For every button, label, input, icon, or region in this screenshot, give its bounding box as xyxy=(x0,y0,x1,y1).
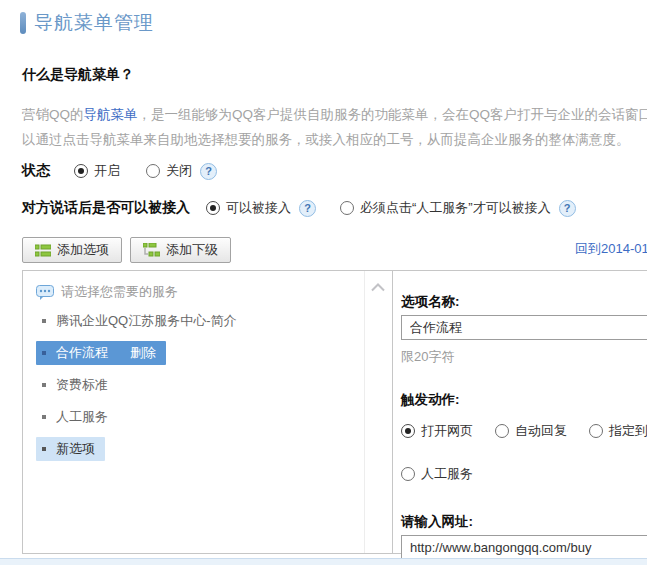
radio-icon[interactable] xyxy=(589,424,603,438)
access-radio-direct-label[interactable]: 可以被接入 xyxy=(226,199,291,217)
help-icon[interactable]: ? xyxy=(200,163,217,180)
option-name-label: 选项名称: xyxy=(401,293,647,311)
tree-item[interactable]: 资费标准 xyxy=(36,373,392,397)
speech-bubble-icon xyxy=(36,285,54,300)
toolbar: 添加选项 添加下级 xyxy=(22,237,239,263)
trigger-radio-row2: 人工服务 xyxy=(401,465,647,483)
tree-item-label[interactable]: 新选项 xyxy=(56,440,95,458)
add-option-label[interactable]: 添加选项 xyxy=(57,241,109,259)
intro-line1-rest: ，是一组能够为QQ客户提供自助服务的功能菜单，会在QQ客户打开与企业的会话窗口后… xyxy=(138,107,647,122)
scroll-up-icon[interactable] xyxy=(371,283,385,292)
add-sublevel-button[interactable]: 添加下级 xyxy=(130,237,231,263)
help-icon[interactable]: ? xyxy=(299,200,316,217)
tree-header-label: 请选择您需要的服务 xyxy=(61,283,178,301)
access-radio-manual[interactable]: 必须点击“人工服务”才可以被接入 xyxy=(340,199,551,217)
trigger-manual-service-label[interactable]: 人工服务 xyxy=(421,465,473,483)
tree-header: 请选择您需要的服务 xyxy=(36,283,392,301)
tree-scrollbar[interactable] xyxy=(364,271,392,553)
access-label: 对方说话后是否可以被接入 xyxy=(22,199,190,217)
trigger-radio-manual-service[interactable]: 人工服务 xyxy=(401,465,473,483)
intro-line1: 营销QQ的导航菜单，是一组能够为QQ客户提供自助服务的功能菜单，会在QQ客户打开… xyxy=(22,102,647,127)
status-radio-on-label[interactable]: 开启 xyxy=(94,162,120,180)
radio-icon[interactable] xyxy=(146,164,160,178)
tree-item-label[interactable]: 资费标准 xyxy=(56,376,108,394)
access-row: 对方说话后是否可以被接入 可以被接入 ? 必须点击“人工服务”才可以被接入 ? xyxy=(22,199,576,217)
url-label: 请输入网址: xyxy=(401,513,647,531)
radio-icon[interactable] xyxy=(74,164,88,178)
intro-line2: 以通过点击导航菜单来自助地选择想要的服务，或接入相应的工号，从而提高企业服务的整… xyxy=(22,127,647,152)
option-name-input[interactable] xyxy=(401,315,647,340)
help-icon[interactable]: ? xyxy=(559,200,576,217)
radio-icon[interactable] xyxy=(401,467,415,481)
trigger-radio-auto-reply[interactable]: 自动回复 xyxy=(495,422,567,440)
status-radio-on[interactable]: 开启 xyxy=(74,162,120,180)
add-option-button[interactable]: 添加选项 xyxy=(22,237,122,263)
restore-version-link[interactable]: 回到2014-01-0 xyxy=(575,240,647,258)
add-sublevel-icon xyxy=(143,243,160,257)
nav-menu-link[interactable]: 导航菜单 xyxy=(84,107,138,122)
radio-icon[interactable] xyxy=(340,201,354,215)
status-row: 状态 开启 关闭 ? xyxy=(22,162,217,180)
radio-icon[interactable] xyxy=(401,424,415,438)
radio-icon[interactable] xyxy=(495,424,509,438)
access-radio-manual-label[interactable]: 必须点击“人工服务”才可以被接入 xyxy=(360,199,551,217)
add-sublevel-label[interactable]: 添加下级 xyxy=(166,241,218,259)
trigger-action-label: 触发动作: xyxy=(401,391,647,409)
page-title-text: 导航菜单管理 xyxy=(34,10,154,36)
trigger-radio-open-url[interactable]: 打开网页 xyxy=(401,422,473,440)
bullet-icon xyxy=(42,351,46,355)
add-option-icon xyxy=(35,244,51,257)
bullet-icon xyxy=(42,415,46,419)
trigger-auto-reply-label[interactable]: 自动回复 xyxy=(515,422,567,440)
tree-item[interactable]: 腾讯企业QQ江苏服务中心-简介 xyxy=(36,309,392,333)
delete-item-link[interactable]: 删除 xyxy=(130,344,156,362)
option-name-hint: 限20字符 xyxy=(401,348,647,366)
trigger-assign-agent-label[interactable]: 指定到工号 xyxy=(609,422,647,440)
bullet-icon xyxy=(42,383,46,387)
menu-editor-panel: 请选择您需要的服务 腾讯企业QQ江苏服务中心-简介 合作流程删除 资费标准 人工… xyxy=(22,270,647,554)
bottom-section-strip xyxy=(0,558,647,565)
status-label: 状态 xyxy=(22,162,74,180)
tree-item[interactable]: 人工服务 xyxy=(36,405,392,429)
tree-item-label[interactable]: 腾讯企业QQ江苏服务中心-简介 xyxy=(56,312,237,330)
status-radio-off-label[interactable]: 关闭 xyxy=(166,162,192,180)
radio-icon[interactable] xyxy=(206,201,220,215)
intro-heading: 什么是导航菜单？ xyxy=(22,66,134,84)
trigger-radio-assign-agent[interactable]: 指定到工号 xyxy=(589,422,647,440)
option-form-pane: 选项名称: 限20字符 触发动作: 打开网页 自动回复 指定到工号 人工服务 xyxy=(393,271,647,553)
tree-item-label[interactable]: 合作流程 xyxy=(56,344,108,362)
title-accent-bar xyxy=(20,12,26,34)
trigger-radio-row: 打开网页 自动回复 指定到工号 xyxy=(401,422,647,440)
bullet-icon xyxy=(42,447,46,451)
url-input[interactable] xyxy=(401,535,647,560)
tree-item-label[interactable]: 人工服务 xyxy=(56,408,108,426)
tree-item-new[interactable]: 新选项 xyxy=(36,437,392,461)
intro-paragraph: 营销QQ的导航菜单，是一组能够为QQ客户提供自助服务的功能菜单，会在QQ客户打开… xyxy=(22,102,647,152)
page-title: 导航菜单管理 xyxy=(20,10,154,36)
menu-tree-pane: 请选择您需要的服务 腾讯企业QQ江苏服务中心-简介 合作流程删除 资费标准 人工… xyxy=(23,271,393,553)
status-radio-off[interactable]: 关闭 xyxy=(146,162,192,180)
access-radio-direct[interactable]: 可以被接入 xyxy=(206,199,291,217)
intro-line1-prefix: 营销QQ的 xyxy=(22,107,84,122)
tree-item-selected[interactable]: 合作流程删除 xyxy=(36,341,392,365)
bullet-icon xyxy=(42,319,46,323)
trigger-open-url-label[interactable]: 打开网页 xyxy=(421,422,473,440)
